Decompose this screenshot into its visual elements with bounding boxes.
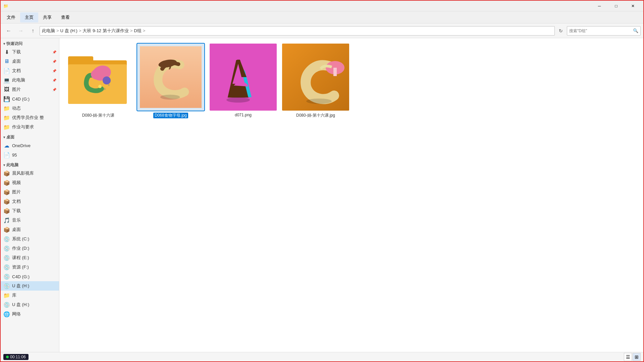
search-icon[interactable]: 🔍 bbox=[633, 28, 638, 33]
breadcrumb-current[interactable]: D组 bbox=[134, 28, 141, 34]
forward-button[interactable]: → bbox=[15, 25, 26, 36]
sidebar-item-c4d[interactable]: 💾 C4D (G:) bbox=[1, 94, 59, 104]
workdrive-icon: 💿 bbox=[3, 245, 10, 252]
d068-thumbnail bbox=[137, 44, 204, 111]
search-bar[interactable]: 🔍 bbox=[567, 26, 641, 36]
sidebar-item-video[interactable]: 📦 视频 bbox=[1, 178, 59, 187]
file-item-folder[interactable]: ✦ + + D080-娟-第十六课 bbox=[65, 44, 132, 118]
medialib-icon: 📦 bbox=[3, 170, 10, 177]
sidebar-item-onedrive[interactable]: ☁ OneDrive bbox=[1, 141, 59, 150]
timer-value: 00:11:06 bbox=[10, 355, 26, 359]
window-controls: ─ □ ✕ bbox=[592, 1, 641, 11]
sidebar-item-coursedrive[interactable]: 💿 课程 (E:) bbox=[1, 253, 59, 262]
breadcrumb-thispc[interactable]: 此电脑 bbox=[42, 28, 55, 34]
sidebar: 快速访问 ⬇ 下载 📌 🖥 桌面 📌 📄 文档 📌 💻 此电脑 📌 bbox=[1, 38, 59, 352]
doc2-icon: 📦 bbox=[3, 198, 10, 205]
toolbar: ← → ↑ 此电脑 > U 盘 (H:) > 大班 9-12 第十六课作业 > … bbox=[1, 23, 643, 38]
sysdrive-icon: 💿 bbox=[3, 236, 10, 242]
menu-view[interactable]: 查看 bbox=[56, 12, 74, 22]
sidebar-item-homework[interactable]: 📁 作业与要求 bbox=[1, 122, 59, 132]
network-icon: 🌐 bbox=[3, 311, 10, 317]
file-grid: ✦ + + D080-娟-第十六课 bbox=[65, 44, 638, 118]
list-view-button[interactable]: ☰ bbox=[624, 353, 632, 361]
sidebar-item-doc2[interactable]: 📦 文档 bbox=[1, 197, 59, 206]
download-icon: ⬇ bbox=[3, 49, 10, 55]
onedrive-icon: ☁ bbox=[3, 142, 10, 149]
svg-rect-17 bbox=[333, 68, 337, 76]
desktop-header[interactable]: 桌面 bbox=[1, 133, 59, 141]
grid-view-button[interactable]: ⊞ bbox=[633, 353, 641, 361]
sidebar-item-workdrive[interactable]: 💿 作业 (D:) bbox=[1, 244, 59, 253]
file-item-d071[interactable]: d071.png bbox=[210, 44, 277, 118]
usbdrive2-icon: 💿 bbox=[3, 301, 10, 308]
sidebar-item-music[interactable]: 🎵 音乐 bbox=[1, 216, 59, 225]
breadcrumb-udisk[interactable]: U 盘 (H:) bbox=[60, 28, 77, 34]
sidebar-item-c4gdrive[interactable]: 💿 C4D (G:) bbox=[1, 272, 59, 281]
d068-name: D068食物字母.jpg bbox=[153, 113, 188, 118]
docs-icon: 📄 bbox=[3, 67, 10, 74]
file-item-d080[interactable]: D080-娟-第十六课.jpg bbox=[282, 44, 349, 118]
quick-access-section: 快速访问 ⬇ 下载 📌 🖥 桌面 📌 📄 文档 📌 💻 此电脑 📌 bbox=[1, 40, 59, 132]
folder-dynamic-icon: 📁 bbox=[3, 105, 10, 112]
sidebar-item-usbdrive[interactable]: 💿 U 盘 (H:) bbox=[1, 281, 59, 291]
svg-point-4 bbox=[91, 69, 104, 80]
breadcrumb-assignment[interactable]: 大班 9-12 第十六课作业 bbox=[83, 28, 128, 34]
quick-access-header[interactable]: 快速访问 bbox=[1, 40, 59, 47]
usbdrive-icon: 💿 bbox=[3, 283, 10, 289]
timer-display: 00:11:06 bbox=[3, 354, 29, 360]
pic2-icon: 📦 bbox=[3, 189, 10, 195]
d068-svg bbox=[140, 46, 202, 108]
desktop-icon: 🖥 bbox=[3, 58, 10, 65]
search-input[interactable] bbox=[569, 28, 632, 33]
sidebar-item-medialib[interactable]: 📦 晨风影视库 bbox=[1, 169, 59, 178]
desktop2-icon: 📦 bbox=[3, 226, 10, 233]
refresh-button[interactable]: ↻ bbox=[556, 26, 566, 36]
folder-homework-icon: 📁 bbox=[3, 124, 10, 130]
menu-file[interactable]: 文件 bbox=[2, 12, 20, 22]
thispc-section: 此电脑 📦 晨风影视库 📦 视频 📦 图片 📦 文档 📦 下载 bbox=[1, 161, 59, 319]
sidebar-item-excellent[interactable]: 📁 优秀学员作业 整 bbox=[1, 113, 59, 122]
sidebar-item-usbdrive2[interactable]: 💿 U 盘 (H:) bbox=[1, 300, 59, 309]
close-button[interactable]: ✕ bbox=[625, 1, 641, 11]
folder-excellent-icon: 📁 bbox=[3, 114, 10, 121]
d080-name: D080-娟-第十六课.jpg bbox=[296, 113, 335, 118]
sidebar-item-docs[interactable]: 📄 文档 📌 bbox=[1, 66, 59, 75]
sidebar-item-network[interactable]: 🌐 网络 bbox=[1, 309, 59, 319]
sidebar-item-pictures[interactable]: 🖼 图片 📌 bbox=[1, 85, 59, 94]
back-button[interactable]: ← bbox=[3, 25, 14, 36]
desktop-section: 桌面 ☁ OneDrive 📄 95 bbox=[1, 133, 59, 160]
up-button[interactable]: ↑ bbox=[28, 25, 38, 36]
sidebar-item-sysdrive[interactable]: 💿 系统 (C:) bbox=[1, 234, 59, 244]
d080-thumbnail bbox=[282, 44, 349, 111]
menu-bar: 文件 主页 共享 查看 bbox=[1, 11, 643, 23]
maximize-button[interactable]: □ bbox=[608, 1, 624, 11]
video-icon: 📦 bbox=[3, 179, 10, 186]
d080-svg bbox=[282, 44, 349, 111]
dl2-icon: 📦 bbox=[3, 207, 10, 214]
sidebar-item-desktop2[interactable]: 📦 桌面 bbox=[1, 225, 59, 234]
sidebar-item-download[interactable]: ⬇ 下载 📌 bbox=[1, 47, 59, 57]
main-area: 快速访问 ⬇ 下载 📌 🖥 桌面 📌 📄 文档 📌 💻 此电脑 📌 bbox=[1, 38, 643, 352]
minimize-button[interactable]: ─ bbox=[592, 1, 607, 11]
status-bar: 00:11:06 ☰ ⊞ bbox=[1, 352, 643, 361]
menu-share[interactable]: 共享 bbox=[38, 12, 56, 22]
sidebar-item-desktop[interactable]: 🖥 桌面 📌 bbox=[1, 57, 59, 66]
title-bar: 📁 ─ □ ✕ bbox=[1, 1, 643, 11]
content-area: ✦ + + D080-娟-第十六课 bbox=[59, 38, 643, 352]
sidebar-item-thispc[interactable]: 💻 此电脑 📌 bbox=[1, 75, 59, 85]
thispc-header[interactable]: 此电脑 bbox=[1, 161, 59, 169]
c4d-icon: 💾 bbox=[3, 96, 10, 102]
address-bar[interactable]: 此电脑 > U 盘 (H:) > 大班 9-12 第十六课作业 > D组 > bbox=[40, 26, 555, 36]
sidebar-item-95[interactable]: 📄 95 bbox=[1, 150, 59, 160]
svg-rect-1 bbox=[68, 56, 93, 64]
sidebar-item-dl2[interactable]: 📦 下载 bbox=[1, 206, 59, 216]
menu-home[interactable]: 主页 bbox=[20, 12, 38, 22]
sidebar-item-dynamic[interactable]: 📁 动态 bbox=[1, 104, 59, 113]
window-title: 📁 bbox=[3, 4, 8, 8]
lib-icon: 📁 bbox=[3, 292, 10, 299]
sidebar-item-pic2[interactable]: 📦 图片 bbox=[1, 187, 59, 197]
file-item-d068[interactable]: D068食物字母.jpg bbox=[137, 44, 204, 118]
folder-name: D080-娟-第十六课 bbox=[82, 113, 115, 118]
sidebar-item-resourcedrive[interactable]: 💿 资源 (F:) bbox=[1, 262, 59, 272]
sidebar-item-lib[interactable]: 📁 库 bbox=[1, 291, 59, 300]
